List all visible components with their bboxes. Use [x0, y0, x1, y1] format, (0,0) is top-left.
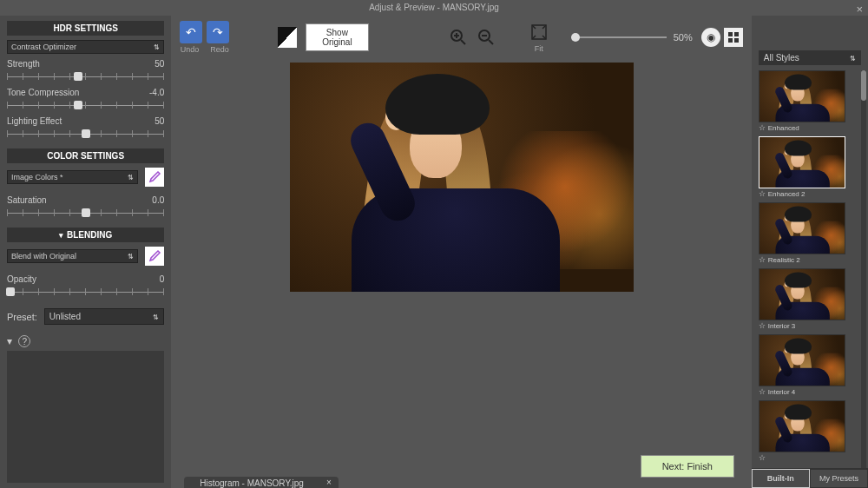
preset-row: Preset: Unlisted — [7, 308, 164, 325]
eyedropper-icon[interactable] — [145, 247, 164, 266]
style-thumb[interactable] — [759, 400, 861, 463]
svg-line-5 — [489, 40, 493, 44]
styles-scrollbar[interactable] — [861, 70, 866, 468]
style-thumb[interactable]: Realistic 2 — [759, 202, 861, 265]
color-header: COLOR SETTINGS — [7, 148, 164, 163]
svg-rect-11 — [734, 38, 739, 43]
slider-strength[interactable]: Strength 50 — [7, 59, 164, 82]
style-thumb[interactable]: Enhanced — [759, 70, 861, 133]
settings-panel: HDR SETTINGS Contrast Optimizer Strength… — [0, 16, 171, 488]
next-finish-button[interactable]: Next: Finish — [641, 455, 734, 478]
redo-label: Redo — [210, 45, 229, 54]
close-icon[interactable]: × — [856, 2, 863, 17]
compare-icon[interactable] — [278, 27, 296, 48]
dropdown-arrows-icon — [850, 53, 856, 63]
blending-header[interactable]: BLENDING — [7, 228, 164, 242]
hdr-mode-dropdown[interactable]: Contrast Optimizer — [7, 40, 164, 54]
dropdown-arrows-icon — [128, 173, 134, 181]
show-original-button[interactable]: Show Original — [306, 23, 370, 51]
help-box — [7, 351, 164, 483]
hdr-header: HDR SETTINGS — [7, 21, 164, 36]
zoom-slider[interactable]: 50% — [571, 32, 693, 43]
window-title: Adjust & Preview - MANSORY.jpg — [369, 3, 499, 12]
style-thumb[interactable]: Interior 4 — [759, 334, 861, 397]
histogram-tab[interactable]: Histogram - MANSORY.jpg × — [184, 477, 339, 488]
styles-panel: All Styles Enhanced — [752, 16, 868, 488]
single-view-icon[interactable]: ◉ — [701, 28, 720, 47]
help-row: ▾ ? — [7, 335, 164, 347]
svg-line-1 — [461, 40, 465, 44]
slider-opacity[interactable]: Opacity 0 — [7, 274, 164, 298]
fit-label: Fit — [535, 44, 543, 53]
chevron-down-icon[interactable]: ▾ — [7, 335, 12, 347]
preset-label: Preset: — [7, 312, 37, 322]
center-panel: ↶ ↷ Undo Redo Show Original — [171, 16, 752, 488]
zoom-out-icon[interactable] — [477, 27, 496, 48]
slider-lighting-effect[interactable]: Lighting Effect 50 — [7, 116, 164, 140]
styles-dropdown[interactable]: All Styles — [759, 50, 861, 65]
close-tab-icon[interactable]: × — [326, 478, 332, 487]
zoom-value: 50% — [674, 32, 693, 43]
dropdown-arrows-icon — [153, 312, 159, 321]
dropdown-arrows-icon — [154, 43, 160, 51]
my-presets-tab[interactable]: My Presets — [810, 469, 868, 488]
eyedropper-icon[interactable] — [145, 168, 164, 187]
canvas-area[interactable] — [171, 59, 752, 488]
svg-rect-8 — [728, 32, 733, 36]
undo-button[interactable]: ↶ — [180, 21, 202, 43]
preset-dropdown[interactable]: Unlisted — [44, 308, 164, 325]
help-icon[interactable]: ? — [18, 335, 30, 347]
style-thumb[interactable]: Enhanced 2 — [759, 136, 861, 199]
preview-image — [290, 63, 634, 292]
fit-icon[interactable] — [529, 22, 549, 43]
builtin-tab[interactable]: Built-In — [752, 469, 810, 488]
grid-view-icon[interactable] — [724, 28, 743, 47]
color-mode-dropdown[interactable]: Image Colors * — [7, 170, 138, 184]
style-thumb[interactable]: Interior 3 — [759, 268, 861, 331]
blending-mode-dropdown[interactable]: Blend with Original — [7, 249, 138, 263]
redo-button[interactable]: ↷ — [207, 21, 229, 43]
titlebar: Adjust & Preview - MANSORY.jpg × — [0, 0, 868, 16]
svg-rect-10 — [728, 38, 733, 43]
svg-rect-9 — [734, 32, 739, 36]
dropdown-arrows-icon — [128, 252, 134, 260]
zoom-in-icon[interactable] — [449, 27, 468, 48]
slider-saturation[interactable]: Saturation 0.0 — [7, 195, 164, 219]
slider-tone-compression[interactable]: Tone Compression -4.0 — [7, 88, 164, 111]
undo-label: Undo — [181, 45, 200, 54]
toolbar: ↶ ↷ Undo Redo Show Original — [171, 16, 752, 59]
